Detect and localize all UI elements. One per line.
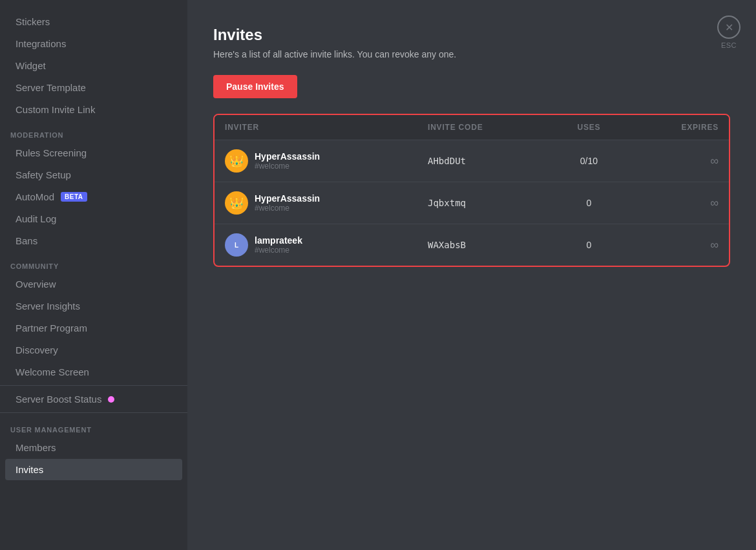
- main-content: ✕ ESC Invites Here's a list of all activ…: [187, 0, 756, 550]
- invite-code-cell: Jqbxtmq: [417, 182, 551, 224]
- table-header-row: INVITER INVITE CODE USES EXPIRES: [215, 115, 729, 140]
- sidebar-section-moderation: MODERATION: [0, 121, 187, 142]
- invite-code-cell: WAXabsB: [417, 224, 551, 266]
- column-header-invite-code: INVITE CODE: [417, 115, 551, 140]
- sidebar-item-members[interactable]: Members: [5, 437, 182, 458]
- invite-code-cell: AHbdDUt: [417, 140, 551, 182]
- sidebar-item-label: Members: [16, 442, 56, 453]
- esc-label: ESC: [721, 41, 737, 49]
- sidebar-item-label: Integrations: [16, 38, 66, 49]
- inviter-name: HyperAssassin: [255, 193, 320, 204]
- boost-dot-icon: [108, 396, 114, 403]
- inviter-channel: #welcome: [255, 204, 320, 213]
- uses-cell: 0/10: [551, 140, 627, 182]
- page-title: Invites: [213, 26, 730, 44]
- table-row: 👑 HyperAssassin #welcome AHbdDUt 0/10 ∞: [215, 140, 729, 182]
- uses-cell: 0: [551, 182, 627, 224]
- beta-badge: BETA: [61, 192, 87, 202]
- sidebar-item-label: Safety Setup: [16, 169, 71, 180]
- sidebar-item-custom-invite-link[interactable]: Custom Invite Link: [5, 99, 182, 120]
- sidebar-item-label: Bans: [16, 235, 37, 246]
- sidebar-item-server-template[interactable]: Server Template: [5, 77, 182, 98]
- sidebar-item-label: Welcome Screen: [16, 366, 89, 377]
- esc-button[interactable]: ✕ ESC: [717, 16, 740, 49]
- sidebar-item-integrations[interactable]: Integrations: [5, 33, 182, 54]
- sidebar-item-label: Custom Invite Link: [16, 104, 95, 115]
- sidebar-item-label: Stickers: [16, 16, 50, 27]
- close-icon: ✕: [717, 16, 740, 39]
- uses-cell: 0: [551, 224, 627, 266]
- sidebar-item-automod[interactable]: AutoMod BETA: [5, 186, 182, 207]
- sidebar-item-server-boost-status[interactable]: Server Boost Status: [5, 388, 182, 410]
- table-row: L lamprateek #welcome WAXabsB 0 ∞: [215, 224, 729, 266]
- sidebar-item-label: Server Boost Status: [16, 394, 101, 405]
- expires-cell: ∞: [627, 182, 729, 224]
- sidebar-item-label: Audit Log: [16, 213, 56, 224]
- column-header-expires: EXPIRES: [627, 115, 729, 140]
- invites-table: INVITER INVITE CODE USES EXPIRES 👑 Hyper…: [215, 115, 729, 266]
- invite-code: AHbdDUt: [428, 156, 466, 166]
- sidebar: Stickers Integrations Widget Server Temp…: [0, 0, 187, 550]
- sidebar-item-bans[interactable]: Bans: [5, 230, 182, 251]
- expires-value: ∞: [710, 238, 719, 251]
- sidebar-item-label: Invites: [16, 464, 43, 475]
- sidebar-item-safety-setup[interactable]: Safety Setup: [5, 164, 182, 185]
- sidebar-item-overview[interactable]: Overview: [5, 273, 182, 295]
- sidebar-item-label: Rules Screening: [16, 147, 87, 158]
- sidebar-item-label: Server Insights: [16, 301, 80, 312]
- expires-cell: ∞: [627, 224, 729, 266]
- expires-cell: ∞: [627, 140, 729, 182]
- inviter-channel: #welcome: [255, 162, 320, 171]
- invite-code: WAXabsB: [428, 240, 466, 250]
- expires-value: ∞: [710, 154, 719, 167]
- invite-code: Jqbxtmq: [428, 198, 466, 208]
- sidebar-item-label: AutoMod: [16, 191, 54, 202]
- sidebar-item-server-insights[interactable]: Server Insights: [5, 295, 182, 317]
- sidebar-item-invites[interactable]: Invites: [5, 459, 182, 480]
- pause-invites-button[interactable]: Pause Invites: [213, 75, 297, 98]
- sidebar-item-label: Server Template: [16, 82, 86, 93]
- inviter-cell: 👑 HyperAssassin #welcome: [215, 182, 417, 224]
- sidebar-section-user-management: USER MANAGEMENT: [0, 416, 187, 436]
- sidebar-item-stickers[interactable]: Stickers: [5, 11, 182, 32]
- invites-table-wrapper: INVITER INVITE CODE USES EXPIRES 👑 Hyper…: [213, 114, 730, 267]
- sidebar-item-discovery[interactable]: Discovery: [5, 339, 182, 361]
- sidebar-item-welcome-screen[interactable]: Welcome Screen: [5, 361, 182, 383]
- avatar: L: [225, 233, 248, 257]
- page-description: Here's a list of all active invite links…: [213, 49, 730, 59]
- inviter-channel: #welcome: [255, 246, 302, 255]
- sidebar-section-community: COMMUNITY: [0, 252, 187, 273]
- sidebar-item-label: Overview: [16, 279, 56, 290]
- sidebar-item-audit-log[interactable]: Audit Log: [5, 208, 182, 229]
- expires-value: ∞: [710, 196, 719, 209]
- sidebar-item-widget[interactable]: Widget: [5, 55, 182, 76]
- avatar: 👑: [225, 149, 248, 173]
- inviter-cell: 👑 HyperAssassin #welcome: [215, 140, 417, 182]
- sidebar-item-label: Discovery: [16, 344, 58, 355]
- column-header-inviter: INVITER: [215, 115, 417, 140]
- table-row: 👑 HyperAssassin #welcome Jqbxtmq 0 ∞: [215, 182, 729, 224]
- inviter-name: lamprateek: [255, 235, 302, 246]
- sidebar-item-partner-program[interactable]: Partner Program: [5, 317, 182, 339]
- column-header-uses: USES: [551, 115, 627, 140]
- sidebar-item-label: Partner Program: [16, 323, 87, 333]
- inviter-cell: L lamprateek #welcome: [215, 224, 417, 266]
- sidebar-item-label: Widget: [16, 60, 46, 71]
- avatar: 👑: [225, 191, 248, 215]
- sidebar-item-rules-screening[interactable]: Rules Screening: [5, 142, 182, 164]
- inviter-name: HyperAssassin: [255, 151, 320, 162]
